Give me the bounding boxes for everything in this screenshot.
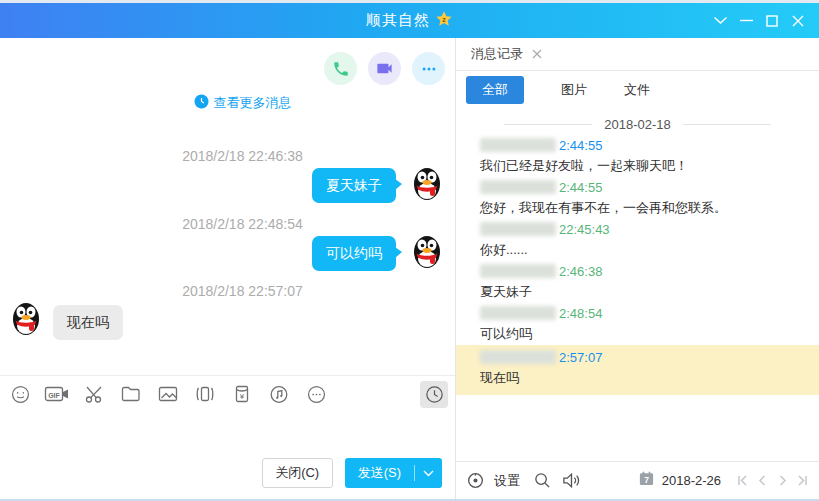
redacted-name [480, 306, 556, 320]
date-separator: 2018-02-18 [456, 117, 819, 132]
chat-actions [324, 52, 445, 85]
folder-icon[interactable] [116, 380, 146, 408]
svg-text:GIF: GIF [48, 392, 60, 399]
entry-text: 我们已经是好友啦，一起来聊天吧！ [456, 155, 819, 177]
qq-chat-window: 顺其自然 z [0, 0, 819, 501]
settings-label[interactable]: 设置 [494, 472, 520, 490]
maximize-icon[interactable] [759, 9, 785, 33]
window-controls [707, 3, 811, 38]
history-entry: 2:48:54 可以约吗 [456, 303, 819, 345]
entry-time: 2:46:38 [559, 264, 602, 279]
close-button[interactable]: 关闭(C) [262, 458, 333, 488]
window-shake-icon[interactable] [190, 380, 220, 408]
main-area: 查看更多消息 2018/2/18 22:46:38 夏天妹子 [0, 38, 819, 499]
redacted-name [480, 180, 556, 194]
chevron-down-icon[interactable] [707, 9, 733, 33]
emoji-icon[interactable] [5, 380, 35, 408]
history-content: 2018-02-18 2:44:55 我们已经是好友啦，一起来聊天吧！ 2:44… [456, 108, 819, 461]
voice-call-icon[interactable] [324, 52, 357, 85]
tab-message-history[interactable]: 消息记录 [471, 45, 523, 63]
history-entry-highlighted: 2:57:07 现在吗 [456, 345, 819, 395]
chat-timestamp: 2018/2/18 22:46:38 [0, 148, 455, 164]
send-options-chevron-icon[interactable] [415, 470, 442, 477]
music-icon[interactable] [264, 380, 294, 408]
sent-message-row: 夏天妹子 [312, 165, 445, 203]
sent-message-row: 可以约吗 [312, 233, 445, 271]
next-page-icon[interactable] [776, 474, 789, 487]
calendar-icon[interactable]: 7 [638, 470, 655, 491]
screenshot-scissors-icon[interactable] [79, 380, 109, 408]
redacted-name [480, 138, 556, 152]
filter-images[interactable]: 图片 [561, 81, 587, 99]
titlebar: 顺其自然 z [0, 3, 819, 38]
more-tools-icon[interactable] [301, 380, 331, 408]
minimize-icon[interactable] [733, 9, 759, 33]
video-call-icon[interactable] [368, 52, 401, 85]
clock-icon [194, 94, 209, 112]
chat-pane: 查看更多消息 2018/2/18 22:46:38 夏天妹子 [0, 38, 456, 499]
send-button-label: 发送(S) [345, 464, 414, 482]
redacted-name [480, 222, 556, 236]
message-history-clock-icon[interactable] [420, 381, 448, 408]
qq-penguin-avatar[interactable] [409, 165, 445, 201]
window-title: 顺其自然 [366, 11, 430, 30]
close-icon[interactable] [785, 9, 811, 33]
redacted-name [480, 350, 556, 364]
send-button[interactable]: 发送(S) [345, 458, 442, 488]
filter-files[interactable]: 文件 [624, 81, 650, 99]
entry-text: 现在吗 [456, 367, 819, 389]
speaker-icon[interactable] [561, 471, 582, 490]
separator-date: 2018-02-18 [604, 117, 671, 132]
first-page-icon[interactable] [736, 474, 749, 487]
entry-time: 2:57:07 [559, 350, 602, 365]
svg-text:¥: ¥ [239, 392, 245, 401]
last-page-icon[interactable] [796, 474, 809, 487]
red-packet-icon[interactable]: ¥ [227, 380, 257, 408]
more-options-icon[interactable] [412, 52, 445, 85]
sent-message-bubble: 可以约吗 [312, 236, 396, 271]
chat-timestamp: 2018/2/18 22:48:54 [0, 216, 455, 232]
message-history-panel: 消息记录 全部 图片 文件 2018-02-18 2:44:55 [456, 38, 819, 499]
entry-text: 你好...... [456, 239, 819, 261]
received-message-row: 现在吗 [8, 300, 123, 340]
entry-text: 夏天妹子 [456, 281, 819, 303]
redacted-name [480, 264, 556, 278]
chat-footer: 关闭(C) 发送(S) [262, 458, 442, 488]
settings-icon[interactable] [466, 471, 485, 490]
svg-text:z: z [442, 14, 446, 23]
entry-text: 可以约吗 [456, 323, 819, 345]
history-footer: 设置 7 2018-2-26 [456, 461, 819, 499]
entry-time: 2:44:55 [559, 138, 602, 153]
view-more-messages-link[interactable]: 查看更多消息 [0, 94, 455, 112]
history-tabbar: 消息记录 [456, 38, 819, 71]
input-toolbar: GIF ¥ [0, 375, 455, 412]
entry-time: 2:44:55 [559, 180, 602, 195]
separator-line [683, 124, 771, 125]
entry-time: 2:48:54 [559, 306, 602, 321]
qq-penguin-avatar[interactable] [8, 300, 44, 336]
tab-close-icon[interactable] [532, 48, 542, 61]
separator-line [504, 124, 592, 125]
history-entry: 2:46:38 夏天妹子 [456, 261, 819, 303]
history-date: 2018-2-26 [662, 473, 721, 488]
search-icon[interactable] [533, 471, 552, 490]
title-wrap: 顺其自然 z [366, 10, 453, 32]
view-more-label: 查看更多消息 [214, 94, 292, 112]
message-input[interactable] [0, 413, 455, 447]
entry-text: 您好，我现在有事不在，一会再和您联系。 [456, 197, 819, 219]
svg-text:7: 7 [644, 475, 649, 485]
image-icon[interactable] [153, 380, 183, 408]
history-entry: 2:44:55 我们已经是好友啦，一起来聊天吧！ [456, 135, 819, 177]
prev-page-icon[interactable] [756, 474, 769, 487]
history-entry: 2:44:55 您好，我现在有事不在，一会再和您联系。 [456, 177, 819, 219]
received-message-bubble: 现在吗 [53, 305, 123, 340]
star-badge-icon: z [435, 10, 453, 32]
filter-all[interactable]: 全部 [466, 76, 524, 104]
history-filters: 全部 图片 文件 [456, 71, 819, 108]
entry-time: 22:45:43 [559, 222, 610, 237]
qq-penguin-avatar[interactable] [409, 233, 445, 269]
gif-icon[interactable]: GIF [42, 380, 72, 408]
chat-timestamp: 2018/2/18 22:57:07 [0, 283, 455, 299]
history-date-nav: 7 2018-2-26 [638, 470, 809, 491]
sent-message-bubble: 夏天妹子 [312, 168, 396, 203]
